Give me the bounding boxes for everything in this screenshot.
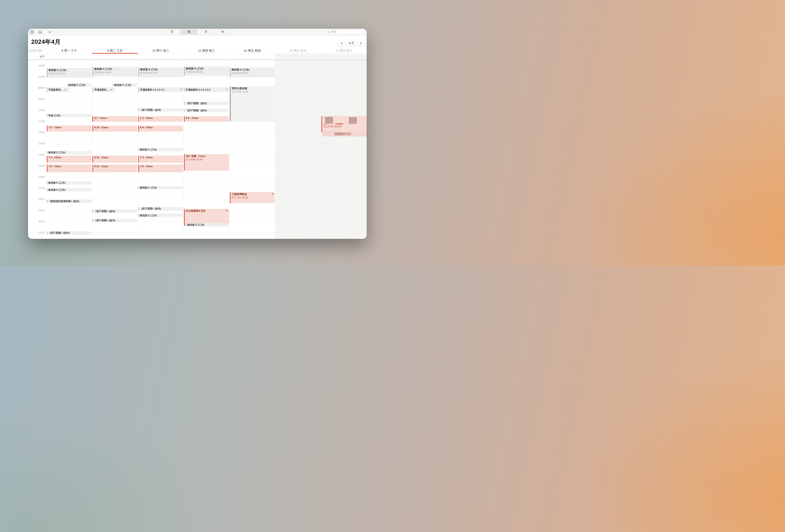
day-header-0[interactable]: 8 周一 三十 xyxy=(46,49,92,53)
event[interactable]: 《原子習慣》(读书) xyxy=(93,219,137,222)
day-header-6[interactable]: 14 周日 初六 xyxy=(321,49,367,53)
repeat-icon: ⟳ xyxy=(226,209,228,212)
event[interactable]: 早诵读看班...⟳ xyxy=(93,87,115,92)
all-day-label: 全天 xyxy=(28,55,45,58)
view-tab-年[interactable]: 年 xyxy=(214,29,231,34)
event[interactable]: 教招复习 (工作) xyxy=(47,151,92,154)
event-time: 07:50–11:00 xyxy=(231,90,275,93)
event[interactable]: 《原子習慣》(读书) xyxy=(138,207,183,210)
event-title: 常规 (工作) xyxy=(47,114,61,117)
event[interactable]: 教招复习 (工作) xyxy=(138,186,183,189)
event[interactable]: 教招复习 (工作) xyxy=(113,83,137,87)
event[interactable]: 教招复习 (工作)06:08–07:00 xyxy=(138,68,183,77)
event-redacted[interactable]: 10:30–12:00 xyxy=(322,116,367,133)
day-column-1[interactable]: 教招复习 (工作)06:06–06:56教招复习 (工作)早诵读看班...⟳6.… xyxy=(92,54,138,239)
day-header-3[interactable]: 11 周四 初三 xyxy=(183,49,229,53)
event[interactable]: 6.11 - Class xyxy=(93,156,137,163)
event[interactable]: 7.6 - Class xyxy=(138,164,183,172)
event-title: 早诵读看班 6.4 6.5 6.6 xyxy=(184,88,210,91)
event[interactable]: 教招复习 (工作)06:09–07:00 xyxy=(230,68,275,77)
day-column-0[interactable]: 教招复习 (工作)06:12–07:03教招复习 (工作)早诵读看班...⟳常规… xyxy=(46,54,92,239)
event[interactable]: 6.9 - Class xyxy=(184,116,229,122)
event[interactable]: 早诵读看班...⟳ xyxy=(47,87,69,92)
event[interactable]: 教招复习 (工作)06:06–06:56 xyxy=(93,67,137,76)
prev-week-button[interactable] xyxy=(339,41,345,46)
inbox-icon[interactable] xyxy=(38,30,42,34)
event-title: 教招复习 (工作) xyxy=(139,148,157,151)
event[interactable]: 教招复习 (工作) xyxy=(138,148,183,151)
search-input[interactable]: 搜索 xyxy=(326,29,364,34)
hour-label: 07:00 xyxy=(28,76,45,78)
event[interactable]: 《原子習慣》(读书) xyxy=(93,210,137,213)
day-column-4[interactable]: 教招复习 (工作)06:09–07:00西区礼堂讲座07:50–11:00小低部… xyxy=(229,54,275,239)
day-header-2[interactable]: 10 周三 初二 xyxy=(138,49,183,53)
event-title: 6.9 - Class xyxy=(185,116,229,120)
view-switcher: 日周月年 xyxy=(163,29,231,34)
event-title: 教招复习 (工作) xyxy=(93,67,137,71)
event-title: 教招复习 (工作) xyxy=(139,68,183,71)
hour-label: 20:00 xyxy=(28,220,45,223)
event-title: 7.5 - Class xyxy=(47,164,92,168)
event[interactable]: 教招复习 (工作)06:03–06:53 xyxy=(184,66,229,76)
view-tab-日[interactable]: 日 xyxy=(163,29,180,34)
today-button[interactable]: 今天 xyxy=(346,41,356,46)
event-title: 《原子習慣》(读书) xyxy=(93,210,116,213)
search-placeholder: 搜索 xyxy=(331,30,337,34)
hour-label: 18:00 xyxy=(28,198,45,201)
event-title: 教招复习 (工作) xyxy=(47,189,66,191)
day-header-5[interactable]: 13 周六 初五 xyxy=(275,49,321,53)
event[interactable]: 6&7 信奥 - Class13:55–15:25 xyxy=(184,154,229,171)
day-column-2[interactable]: 教招复习 (工作)06:08–07:00早诵读看班 6.4 6.5 6.6⟳《原… xyxy=(138,54,183,239)
event[interactable]: 6.12 - Class xyxy=(93,164,137,172)
event[interactable]: 7.2 - Class xyxy=(47,126,92,132)
event[interactable]: 7.5 - Class xyxy=(47,164,92,172)
event[interactable]: 7.3 - Class xyxy=(138,156,183,163)
event[interactable]: 《原子習慣》(读书) xyxy=(138,108,183,111)
event[interactable]: 教招复习 (工作) xyxy=(47,188,92,191)
event[interactable]: 早诵读看班 6.4 6.5 6.6⟳ xyxy=(184,87,229,92)
event[interactable]: 早诵读看班 6.4 6.5 6.6⟳ xyxy=(138,87,183,92)
day-header-1[interactable]: 9 周二 三月 xyxy=(92,49,138,53)
event[interactable]: 小低部周前会⟳17:20–18:20 xyxy=(230,192,275,203)
clock-icon xyxy=(232,72,234,74)
event-title: 《原子習慣》(读书) xyxy=(139,109,161,111)
day-column-3[interactable]: 教招复习 (工作)06:03–06:53早诵读看班 6.4 6.5 6.6⟳《原… xyxy=(183,54,229,239)
event[interactable]: 教招复习 (工作) xyxy=(186,223,229,227)
event[interactable]: 7.1 - Class xyxy=(138,116,183,122)
event-time: 06:12–07:03 xyxy=(47,72,92,75)
repeat-icon: ⟳ xyxy=(180,88,182,91)
event[interactable]: 《原子習慣》(读书) xyxy=(47,231,92,235)
event-time: 06:08–07:00 xyxy=(139,71,183,74)
clock-icon xyxy=(140,72,143,74)
calendar-grid-icon[interactable] xyxy=(30,30,34,34)
add-event-button[interactable] xyxy=(48,30,51,34)
event-redacted-bar[interactable] xyxy=(322,131,367,136)
event[interactable]: 教招复习 (工作) xyxy=(138,214,183,217)
event[interactable]: 教招复习 (工作) xyxy=(67,83,92,87)
event[interactable]: 6.7 - Class xyxy=(93,116,137,122)
event[interactable]: 教招复习 (工作)06:12–07:03 xyxy=(47,68,92,78)
event[interactable]: 6.8 - Class xyxy=(138,126,183,132)
search-icon xyxy=(327,30,330,33)
day-header-4[interactable]: 12 周五 初四 xyxy=(229,49,275,53)
event-time: 13:55–15:25 xyxy=(185,158,229,161)
event-title: 教招复习 (工作) xyxy=(47,181,66,184)
next-week-button[interactable] xyxy=(358,41,364,46)
event[interactable]: 教招复习 (工作) xyxy=(47,181,92,185)
day-column-5[interactable] xyxy=(275,54,321,239)
view-tab-月[interactable]: 月 xyxy=(197,29,214,34)
event-title: 6.7 - Class xyxy=(93,116,137,120)
event[interactable]: 6.10 - Class xyxy=(93,126,137,132)
hour-label: 08:00 xyxy=(28,87,45,89)
day-column-6[interactable]: 10:30–12:00 xyxy=(321,54,367,239)
event[interactable]: 西区礼堂讲座07:50–11:00 xyxy=(230,86,275,122)
clock-icon xyxy=(186,158,188,161)
view-tab-周[interactable]: 周 xyxy=(180,29,197,34)
event-title: 教招复习 (工作) xyxy=(47,68,92,72)
event-title: 教招复习 (工作) xyxy=(139,186,157,189)
event[interactable]: 7.4 - Class xyxy=(47,156,92,163)
event[interactable]: 《窮查理的普通常識》(读书) xyxy=(47,200,92,203)
event[interactable]: 常规 (工作) xyxy=(47,114,92,117)
event[interactable]: 《原子習慣》(读书) xyxy=(184,102,229,105)
event[interactable]: 《原子習慣》(读书) xyxy=(184,109,229,112)
